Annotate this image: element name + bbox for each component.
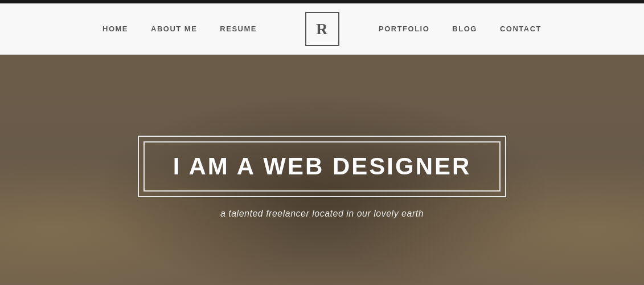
nav-right: PORTFOLIO BLOG CONTACT: [379, 25, 542, 33]
hero-box-inner: I AM A WEB DESIGNER: [143, 141, 501, 192]
navbar: HOME ABOUT ME RESUME Я PORTFOLIO BLOG CO…: [0, 3, 644, 55]
nav-resume[interactable]: RESUME: [220, 25, 257, 33]
logo-box[interactable]: Я: [305, 12, 339, 46]
hero-subtitle: a talented freelancer located in our lov…: [220, 209, 424, 219]
nav-contact[interactable]: CONTACT: [500, 25, 542, 33]
hero-title: I AM A WEB DESIGNER: [173, 153, 471, 180]
nav-left: HOME ABOUT ME RESUME: [102, 25, 257, 33]
hero-content: I AM A WEB DESIGNER a talented freelance…: [138, 136, 507, 219]
logo-letter: Я: [316, 20, 327, 38]
nav-blog[interactable]: BLOG: [452, 25, 477, 33]
hero-box-outer: I AM A WEB DESIGNER: [138, 136, 507, 197]
nav-about[interactable]: ABOUT ME: [151, 25, 197, 33]
nav-home[interactable]: HOME: [102, 25, 128, 33]
nav-portfolio[interactable]: PORTFOLIO: [379, 25, 429, 33]
hero-section: I AM A WEB DESIGNER a talented freelance…: [0, 55, 644, 285]
